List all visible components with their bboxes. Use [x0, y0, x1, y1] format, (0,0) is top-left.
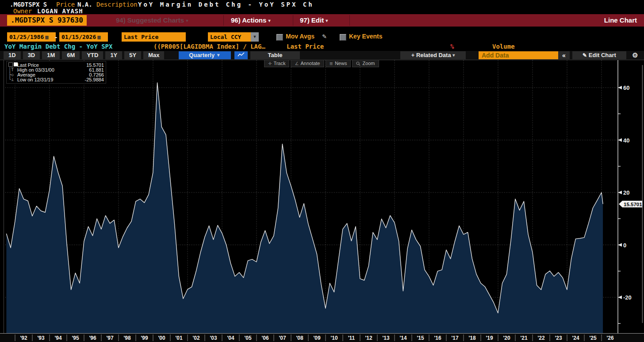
period-selector[interactable]: Quarterly ▼	[179, 51, 231, 59]
actions-menu[interactable]: 96) Actions ▾	[231, 14, 271, 27]
range-button-5y[interactable]: 5Y	[124, 51, 141, 59]
chevron-down-icon: ▾	[326, 18, 328, 23]
legend-row-high: │T High on 03/31/0061.881	[8, 67, 104, 72]
mov-avgs-pencil-icon[interactable]: ✎	[322, 33, 327, 40]
x-axis-year-label[interactable]: '98	[123, 335, 131, 341]
range-button-1d[interactable]: 1D	[4, 51, 21, 59]
x-axis-year-label[interactable]: '95	[72, 335, 79, 341]
pencil-icon: ✎	[583, 52, 587, 58]
edit-chart-button[interactable]: ✎ Edit Chart	[572, 51, 626, 59]
x-axis-year-label[interactable]: '03	[210, 335, 217, 341]
y-axis-label: -20	[623, 294, 632, 301]
range-button-1m[interactable]: 1M	[42, 51, 60, 59]
magnifier-icon	[356, 61, 360, 66]
currency-dropdown-button[interactable]: ▼	[251, 32, 259, 42]
range-button-1y[interactable]: 1Y	[105, 51, 122, 59]
x-axis-year-label[interactable]: '96	[89, 335, 96, 341]
annotate-pencil-icon: ∠	[295, 61, 299, 66]
x-axis-year-label[interactable]: '11	[348, 335, 355, 341]
x-axis-year-label[interactable]: '07	[279, 335, 286, 341]
edit-menu[interactable]: 97) Edit ▾	[300, 14, 328, 27]
calendar-icon[interactable]: ▦	[97, 33, 100, 42]
line-chart-icon	[238, 52, 245, 57]
zoom-button[interactable]: Zoom	[352, 60, 379, 67]
x-axis-year-label[interactable]: '02	[192, 335, 200, 341]
x-axis-year-label[interactable]: '18	[468, 335, 476, 341]
currency-selector[interactable]: Local CCY	[208, 32, 253, 42]
track-button[interactable]: ✛Track	[264, 60, 289, 67]
x-axis-year-label[interactable]: '06	[261, 335, 269, 341]
y-axis-tick	[618, 138, 622, 142]
percent-indicator: %	[450, 43, 454, 50]
gear-icon: ⚙	[632, 51, 638, 59]
x-axis-year-label[interactable]: '94	[54, 335, 62, 341]
chart-controls-row: 01/25/1986▦ - 01/15/2026▦ Last Price Loc…	[0, 32, 644, 42]
key-events-checkbox[interactable]	[340, 34, 346, 41]
x-axis-year-label[interactable]: '09	[313, 335, 321, 341]
price-field-selector[interactable]: Last Price	[122, 32, 186, 42]
x-axis-year-label[interactable]: '04	[227, 335, 234, 341]
x-axis-year-label[interactable]: '24	[572, 335, 579, 341]
average-marker-icon: ├◇	[8, 72, 17, 77]
ribbon-divider	[223, 15, 224, 26]
date-from-field[interactable]: 01/25/1986▦	[7, 32, 56, 42]
suggested-charts-menu[interactable]: 94) Suggested Charts ▾	[116, 14, 188, 27]
low-marker-icon: └⊥	[8, 77, 17, 82]
x-axis-year-label[interactable]: '25	[589, 335, 597, 341]
x-axis-year-label[interactable]: '97	[106, 335, 114, 341]
x-axis-year-label[interactable]: '19	[486, 335, 493, 341]
security-title-row: .MGDTSPX S Price N.A. Description YoY Ma…	[0, 0, 644, 7]
x-axis-year-label[interactable]: '15	[417, 335, 424, 341]
x-axis-year-label[interactable]: '12	[365, 335, 372, 341]
range-button-max[interactable]: Max	[143, 51, 164, 59]
x-axis-year-label[interactable]: '10	[330, 335, 338, 341]
x-axis-year-label[interactable]: '17	[451, 335, 459, 341]
x-axis-year-label[interactable]: '92	[20, 335, 27, 341]
x-axis-year-label[interactable]: '22	[537, 335, 545, 341]
calendar-icon[interactable]: ▦	[45, 33, 48, 42]
series-field: Last Price	[287, 43, 324, 50]
x-axis-year-label[interactable]: '05	[244, 335, 252, 341]
x-axis-year-label[interactable]: '14	[399, 335, 407, 341]
news-button[interactable]: ≣News	[326, 60, 351, 67]
date-to-field[interactable]: 01/15/2026▦	[59, 32, 108, 42]
security-id-box[interactable]: .MGDTSPX S 937630	[7, 15, 87, 26]
chart-mode-label: Line Chart	[604, 14, 637, 27]
x-axis-year-label[interactable]: '21	[520, 335, 528, 341]
x-axis-year-label[interactable]: '20	[503, 335, 510, 341]
y-axis-label: 60	[623, 85, 629, 91]
x-axis-year-label[interactable]: '00	[158, 335, 165, 341]
x-axis-year-label[interactable]: '01	[175, 335, 183, 341]
x-axis-year-label[interactable]: '23	[555, 335, 562, 341]
x-axis-year-label[interactable]: '99	[141, 335, 148, 341]
legend-row-low: └⊥ Low on 12/31/19-25.9884	[8, 77, 104, 82]
x-axis-year-label[interactable]: '26	[606, 335, 614, 341]
x-axis-year-label[interactable]: '93	[37, 335, 45, 341]
chart-legend[interactable]: Last Price15.5701 │T High on 03/31/0061.…	[6, 61, 106, 84]
line-chart-type-button[interactable]	[234, 51, 248, 59]
related-data-button[interactable]: + Related Data ▾	[400, 51, 466, 59]
y-axis-label: 20	[623, 189, 629, 196]
add-data-input[interactable]: Add Data	[479, 51, 558, 59]
chevron-down-icon: ▾	[268, 18, 270, 23]
x-axis-year-label[interactable]: '13	[382, 335, 390, 341]
expand-icon[interactable]	[8, 62, 13, 67]
chevron-down-icon: ▾	[452, 53, 455, 58]
y-axis-label: 40	[623, 137, 629, 144]
mov-avgs-label: Mov Avgs	[286, 33, 314, 40]
table-button[interactable]: Table	[250, 51, 300, 59]
x-axis-year-label[interactable]: '08	[296, 335, 303, 341]
y-axis-tick	[618, 191, 622, 194]
annotate-button[interactable]: ∠Annotate	[291, 60, 324, 67]
chart-tool-buttons: ✛Track ∠Annotate ≣News Zoom	[264, 60, 379, 67]
y-axis-tick	[618, 86, 622, 89]
price-chart-svg[interactable]: 6040200-2015.5701'92'93'94'95'96'97'98'9…	[0, 60, 644, 342]
ribbon-divider	[293, 15, 293, 26]
chart-settings-button[interactable]: ⚙	[630, 51, 640, 59]
x-axis-year-label[interactable]: '16	[434, 335, 441, 341]
range-button-ytd[interactable]: YTD	[82, 51, 103, 59]
mov-avgs-checkbox[interactable]	[276, 34, 283, 41]
collapse-panel-button[interactable]: «	[558, 51, 570, 59]
range-button-6m[interactable]: 6M	[62, 51, 80, 59]
range-button-3d[interactable]: 3D	[23, 51, 40, 59]
